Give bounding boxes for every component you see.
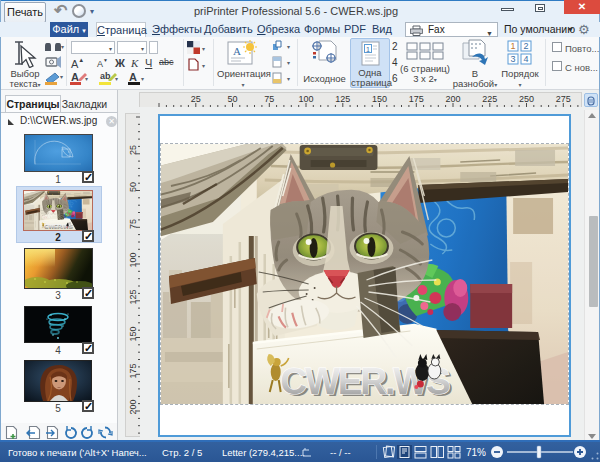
svg-text:1: 1 bbox=[511, 41, 516, 51]
svg-text:75: 75 bbox=[264, 94, 274, 104]
svg-text:125: 125 bbox=[335, 94, 350, 104]
svg-text:100: 100 bbox=[128, 252, 138, 267]
svg-text:1: 1 bbox=[366, 46, 370, 53]
svg-text:200: 200 bbox=[445, 94, 460, 104]
svg-text:50: 50 bbox=[227, 94, 237, 104]
svg-text:4: 4 bbox=[524, 54, 529, 64]
svg-text:150: 150 bbox=[128, 326, 138, 341]
svg-text:225: 225 bbox=[482, 94, 497, 104]
svg-text:275: 275 bbox=[556, 94, 571, 104]
svg-text:2: 2 bbox=[524, 41, 529, 51]
svg-text:150: 150 bbox=[372, 94, 387, 104]
svg-text:175: 175 bbox=[128, 363, 138, 378]
svg-text:3: 3 bbox=[511, 54, 516, 64]
svg-text:175: 175 bbox=[409, 94, 424, 104]
svg-text:125: 125 bbox=[128, 289, 138, 304]
svg-text:100: 100 bbox=[298, 94, 313, 104]
svg-text:25: 25 bbox=[191, 94, 201, 104]
svg-text:250: 250 bbox=[519, 94, 534, 104]
svg-text:А: А bbox=[233, 45, 241, 57]
svg-text:200: 200 bbox=[128, 399, 138, 414]
